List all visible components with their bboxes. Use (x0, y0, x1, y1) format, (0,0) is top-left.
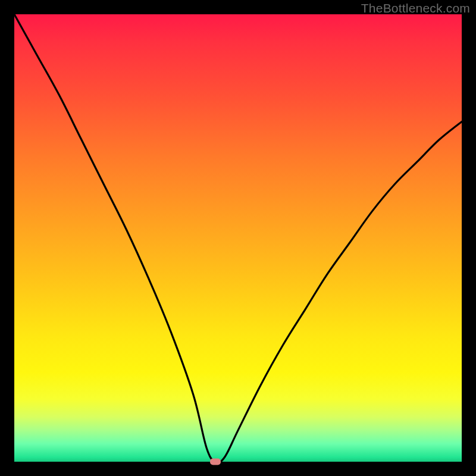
plot-area (14, 14, 462, 462)
bottleneck-curve (14, 14, 462, 462)
chart-frame: TheBottleneck.com (0, 0, 476, 476)
optimal-point-marker (210, 459, 221, 465)
curve-svg (14, 14, 462, 462)
watermark-text: TheBottleneck.com (361, 1, 470, 15)
